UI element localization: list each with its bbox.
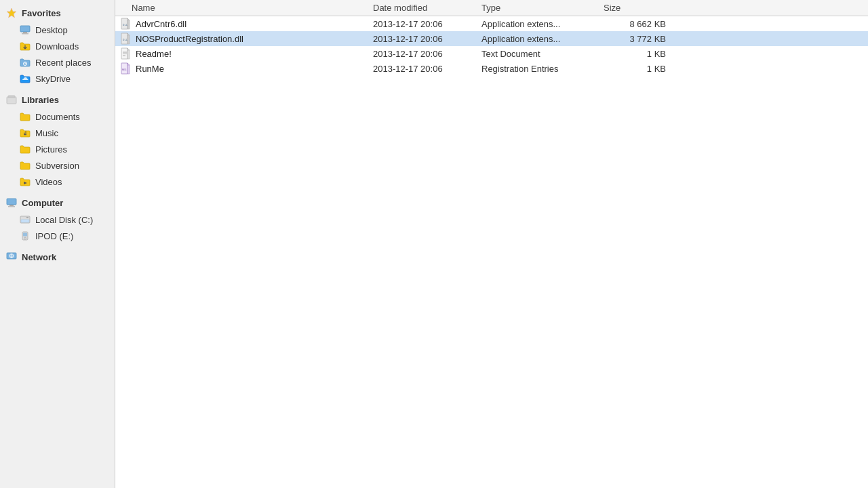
file-size: 1 KB (604, 49, 671, 59)
file-size: 3 772 KB (604, 34, 671, 44)
svg-rect-5 (7, 97, 16, 104)
file-type: Application extens... (481, 19, 604, 29)
sidebar: Favorites Desktop Downloads (0, 0, 115, 488)
sidebar-item-downloads[interactable]: Downloads (0, 38, 115, 54)
sidebar-item-videos[interactable]: Videos (0, 174, 115, 190)
favorites-label: Favorites (22, 8, 61, 18)
file-size: 8 662 KB (604, 19, 671, 29)
main-content: Name Date modified Type Size DLL AdvrCnt… (115, 0, 868, 488)
sidebar-item-documents[interactable]: Documents (0, 108, 115, 125)
sidebar-item-desktop[interactable]: Desktop (0, 22, 115, 38)
file-list: Name Date modified Type Size DLL AdvrCnt… (115, 0, 868, 488)
star-icon (5, 7, 18, 19)
sidebar-item-pictures[interactable]: Pictures (0, 141, 115, 157)
sidebar-item-recent-places[interactable]: Recent places (0, 54, 115, 70)
col-header-size[interactable]: Size (604, 3, 671, 13)
svg-rect-1 (20, 26, 30, 32)
network-label: Network (22, 252, 56, 262)
music-icon (19, 127, 31, 139)
file-size: 1 KB (604, 64, 671, 74)
file-name: Readme! (115, 47, 373, 60)
recent-places-icon (19, 56, 31, 68)
sidebar-item-subversion[interactable]: Subversion (0, 157, 115, 174)
computer-label: Computer (22, 198, 63, 208)
svg-text:DLL: DLL (123, 23, 128, 26)
sidebar-group-computer[interactable]: Computer (0, 194, 115, 211)
documents-icon (19, 110, 31, 123)
file-name-label: Readme! (136, 49, 172, 59)
svg-rect-3 (22, 33, 28, 35)
sidebar-item-skydrive[interactable]: SkyDrive (0, 70, 115, 87)
svg-rect-6 (8, 96, 15, 98)
txt-icon (119, 47, 132, 60)
libraries-label: Libraries (22, 95, 59, 105)
svg-rect-14 (21, 220, 29, 222)
sidebar-group-libraries[interactable]: Libraries (0, 91, 115, 108)
svg-rect-2 (23, 32, 27, 33)
file-name-label: NOSProductRegistration.dll (136, 34, 243, 44)
subversion-icon (19, 159, 31, 171)
skydrive-icon (19, 73, 31, 85)
file-name: DLL NOSProductRegistration.dll (115, 33, 373, 45)
file-type: Text Document (481, 49, 604, 59)
file-row[interactable]: DLL AdvrCntr6.dll 2013-12-17 20:06 Appli… (115, 16, 868, 31)
svg-rect-11 (9, 205, 14, 206)
desktop-label: Desktop (35, 25, 68, 35)
svg-text:REG: REG (122, 68, 126, 71)
libraries-group-icon (5, 94, 18, 106)
ipod-icon (19, 230, 31, 242)
file-date: 2013-12-17 20:06 (373, 64, 481, 74)
dll-icon: DLL (119, 18, 132, 30)
sidebar-item-local-disk[interactable]: Local Disk (C:) (0, 211, 115, 228)
svg-rect-15 (26, 217, 28, 218)
col-header-name[interactable]: Name (115, 3, 373, 13)
sidebar-item-music[interactable]: Music (0, 125, 115, 141)
ipod-label: IPOD (E:) (35, 231, 73, 241)
svg-point-7 (24, 134, 25, 136)
file-name-label: AdvrCntr6.dll (136, 19, 186, 29)
desktop-icon (19, 24, 31, 36)
videos-label: Videos (35, 177, 62, 187)
svg-rect-10 (7, 199, 16, 205)
reg-icon: REG (119, 62, 132, 75)
svg-rect-12 (8, 206, 15, 207)
file-type: Application extens... (481, 34, 604, 44)
svg-rect-26 (121, 48, 127, 59)
documents-label: Documents (35, 112, 80, 122)
downloads-label: Downloads (35, 41, 79, 52)
dll-icon: DLL (119, 33, 132, 45)
file-row[interactable]: Readme! 2013-12-17 20:06 Text Document 1… (115, 46, 868, 61)
skydrive-label: SkyDrive (35, 74, 71, 84)
downloads-folder-icon (19, 40, 31, 52)
network-group-icon (5, 251, 18, 263)
file-type: Registration Entries (481, 64, 604, 74)
disk-icon (19, 214, 31, 226)
svg-text:DLL: DLL (123, 38, 128, 41)
svg-marker-0 (7, 8, 16, 18)
sidebar-group-network[interactable]: Network (0, 248, 115, 266)
recent-places-label: Recent places (35, 58, 91, 68)
file-name: REG RunMe (115, 62, 373, 75)
sidebar-item-ipod[interactable]: IPOD (E:) (0, 228, 115, 244)
file-name: DLL AdvrCntr6.dll (115, 18, 373, 30)
col-header-date[interactable]: Date modified (373, 3, 481, 13)
file-row[interactable]: REG RunMe 2013-12-17 20:06 Registration … (115, 61, 868, 76)
svg-point-8 (25, 134, 26, 136)
subversion-label: Subversion (35, 161, 79, 171)
computer-group-icon (5, 197, 18, 209)
sidebar-group-favorites[interactable]: Favorites (0, 4, 115, 22)
file-date: 2013-12-17 20:06 (373, 19, 481, 29)
file-list-header: Name Date modified Type Size (115, 0, 868, 16)
videos-icon (19, 176, 31, 188)
file-date: 2013-12-17 20:06 (373, 49, 481, 59)
pictures-label: Pictures (35, 144, 67, 155)
music-label: Music (35, 128, 58, 138)
file-row[interactable]: DLL NOSProductRegistration.dll 2013-12-1… (115, 31, 868, 46)
file-rows-container: DLL AdvrCntr6.dll 2013-12-17 20:06 Appli… (115, 16, 868, 76)
col-header-type[interactable]: Type (481, 3, 604, 13)
local-disk-label: Local Disk (C:) (35, 215, 93, 225)
file-date: 2013-12-17 20:06 (373, 34, 481, 44)
svg-rect-17 (23, 233, 27, 237)
pictures-icon (19, 143, 31, 155)
file-name-label: RunMe (136, 64, 164, 74)
